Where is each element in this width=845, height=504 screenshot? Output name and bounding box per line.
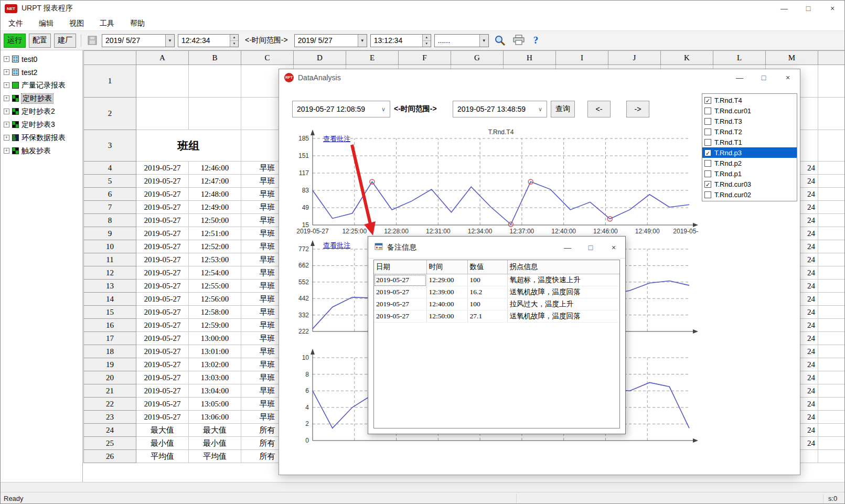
remark-col-header-0[interactable]: 日期 (374, 260, 426, 274)
config-button[interactable]: 配置 (29, 34, 51, 48)
cell[interactable] (818, 450, 845, 463)
row-header[interactable]: 23 (84, 411, 136, 424)
cell-time[interactable]: 13:02:00 (189, 358, 241, 371)
row-header[interactable]: 12 (84, 266, 136, 280)
tree-item-7[interactable]: +触发抄表 (1, 144, 82, 157)
cell-time[interactable]: 12:56:00 (189, 293, 241, 306)
cell-date[interactable]: 2019-05-27 (136, 201, 189, 214)
remark-row[interactable]: 2019-05-2712:29:00100氧超标，温度快速上升 (374, 274, 619, 286)
col-header-J[interactable]: J (608, 51, 661, 65)
run-button[interactable]: 运行 (4, 34, 26, 48)
print-icon[interactable] (512, 35, 525, 46)
tree-item-0[interactable]: +test0 (1, 52, 82, 66)
row-header[interactable]: 1 (84, 65, 136, 98)
row-header[interactable]: 11 (84, 253, 136, 266)
row-header[interactable]: 7 (84, 201, 136, 214)
end-time-spinner[interactable]: 13:12:34 ▲▼ (370, 34, 431, 47)
cell-date[interactable]: 2019-05-27 (136, 227, 189, 240)
cell[interactable] (818, 227, 845, 240)
col-header-H[interactable]: H (504, 51, 556, 65)
row-header[interactable]: 9 (84, 227, 136, 240)
cell-time[interactable]: 12:53:00 (189, 253, 241, 266)
cell[interactable] (818, 98, 845, 130)
view-annotations-link[interactable]: 查看批注 (323, 241, 350, 250)
row-header[interactable]: 21 (84, 384, 136, 398)
spin-down-icon[interactable]: ▼ (423, 41, 431, 47)
cell-date[interactable]: 2019-05-27 (136, 175, 189, 188)
cell-time[interactable]: 平均值 (189, 450, 241, 463)
cell-time[interactable]: 13:03:00 (189, 371, 241, 384)
cell-date[interactable]: 最小值 (136, 437, 189, 450)
help-icon[interactable]: ? (531, 35, 541, 46)
cell-date[interactable]: 2019-05-27 (136, 188, 189, 201)
cell[interactable] (818, 293, 845, 306)
dropdown-arrow-icon[interactable]: ▼ (358, 35, 367, 47)
cell[interactable] (189, 65, 241, 98)
row-header[interactable]: 20 (84, 371, 136, 384)
row-header[interactable]: 25 (84, 437, 136, 450)
view-annotations-link[interactable]: 查看批注 (323, 134, 350, 144)
cell-time[interactable]: 12:52:00 (189, 240, 241, 253)
tree-item-2[interactable]: +产量记录报表 (1, 79, 82, 92)
cell[interactable] (818, 319, 845, 332)
cell-time[interactable]: 12:58:00 (189, 306, 241, 319)
cell-time[interactable]: 13:01:00 (189, 345, 241, 358)
cell-date[interactable]: 2019-05-27 (136, 280, 189, 293)
cell-time[interactable]: 12:49:00 (189, 201, 241, 214)
sheet-corner-cell[interactable] (84, 51, 136, 65)
expand-icon[interactable]: + (4, 109, 9, 114)
cell-date[interactable]: 2019-05-27 (136, 398, 189, 411)
remark-titlebar[interactable]: 备注信息 — □ × (368, 237, 625, 259)
cell-date[interactable]: 2019-05-27 (136, 293, 189, 306)
spin-up-icon[interactable]: ▲ (423, 35, 431, 41)
row-header[interactable]: 17 (84, 332, 136, 345)
start-time-spinner[interactable]: 12:42:34 ▲▼ (178, 34, 239, 47)
col-header-D[interactable]: D (294, 51, 346, 65)
close-icon[interactable]: × (602, 237, 625, 259)
cell-time[interactable]: 13:00:00 (189, 332, 241, 345)
cell-date[interactable]: 2019-05-27 (136, 214, 189, 227)
row-header[interactable]: 5 (84, 175, 136, 188)
remark-row[interactable]: 2019-05-2712:40:00100拉风过大，温度上升 (374, 298, 619, 310)
row-header[interactable]: 13 (84, 280, 136, 293)
cell-time[interactable]: 最小值 (189, 437, 241, 450)
cell[interactable] (818, 253, 845, 266)
cell-date[interactable]: 2019-05-27 (136, 345, 189, 358)
remark-row[interactable]: 2019-05-2712:50:0027.1送氧机故障，温度回落 (374, 310, 619, 323)
row-header[interactable]: 24 (84, 424, 136, 437)
cell[interactable] (818, 437, 845, 450)
save-icon[interactable] (88, 36, 97, 45)
search-icon[interactable] (494, 34, 506, 47)
maximize-icon[interactable]: □ (752, 69, 776, 86)
expand-icon[interactable]: + (4, 148, 9, 154)
cell[interactable] (818, 130, 845, 162)
minimize-icon[interactable]: — (728, 69, 752, 86)
cell[interactable] (818, 384, 845, 398)
cell[interactable] (818, 188, 845, 201)
col-header-C[interactable]: C (241, 51, 294, 65)
expand-icon[interactable]: + (4, 95, 9, 101)
cell-time[interactable]: 13:06:00 (189, 411, 241, 424)
series-select-combo[interactable]: ...... ▼ (434, 34, 489, 47)
cell-date[interactable]: 2019-05-27 (136, 371, 189, 384)
tree-item-3[interactable]: +定时抄表 (1, 92, 82, 105)
expand-icon[interactable]: + (4, 69, 9, 75)
menu-item-tools[interactable]: 工具 (92, 19, 122, 28)
row-header[interactable]: 26 (84, 450, 136, 463)
cell[interactable] (818, 358, 845, 371)
cell-time[interactable]: 12:59:00 (189, 319, 241, 332)
cell-time[interactable]: 12:51:00 (189, 227, 241, 240)
cell-date[interactable]: 2019-05-27 (136, 253, 189, 266)
cell-time[interactable]: 12:55:00 (189, 280, 241, 293)
row-header[interactable]: 14 (84, 293, 136, 306)
expand-icon[interactable]: + (4, 56, 9, 62)
row-header[interactable]: 4 (84, 162, 136, 175)
cell[interactable] (818, 65, 845, 98)
cell-date[interactable]: 2019-05-27 (136, 411, 189, 424)
expand-icon[interactable]: + (4, 82, 9, 88)
row-header[interactable]: 6 (84, 188, 136, 201)
menu-item-help[interactable]: 帮助 (122, 19, 153, 28)
col-header-B[interactable]: B (189, 51, 241, 65)
cell[interactable] (818, 240, 845, 253)
row-header[interactable]: 8 (84, 214, 136, 227)
